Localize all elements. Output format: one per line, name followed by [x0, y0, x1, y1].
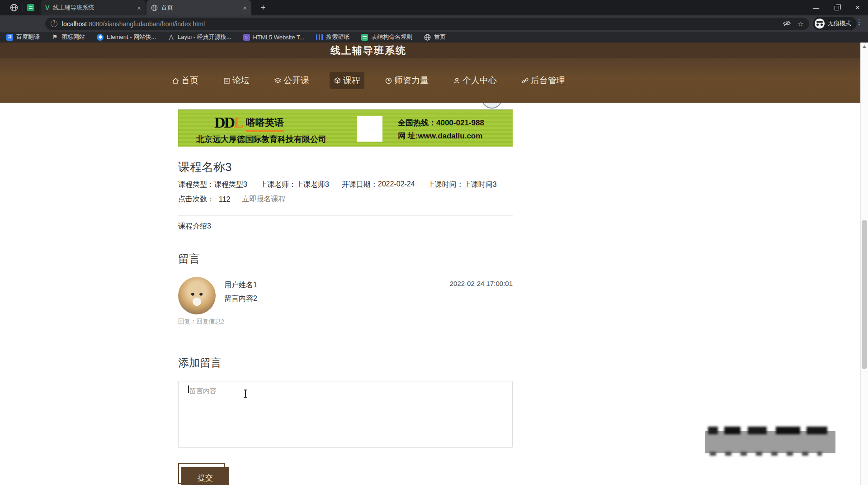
maximize-button[interactable] — [826, 0, 847, 15]
comment-input[interactable] — [178, 381, 513, 448]
field-value: 上课老师3 — [296, 180, 329, 190]
new-tab-button[interactable]: + — [259, 3, 268, 12]
course-fields: 课程类型： 课程类型3 上课老师： 上课老师3 开课日期： 2022-02-24… — [178, 180, 522, 190]
incognito-badge[interactable]: 无痕模式 — [813, 17, 857, 30]
browser-tab[interactable]: V 线上辅导班系统 × — [41, 0, 146, 15]
bookmark-label: 百度翻译 — [16, 33, 40, 41]
bookmark-item[interactable]: Element - 网站快... — [97, 33, 156, 41]
clicks-label: 点击次数： — [178, 195, 214, 204]
banner-logo-name: 嗒嗒英语 — [246, 116, 284, 132]
nav-item-personal-center[interactable]: 个人中心 — [449, 72, 501, 89]
browser-tab-active[interactable]: 首页 × — [146, 0, 251, 15]
nav-item-teachers[interactable]: 师资力量 — [381, 72, 433, 89]
divider — [178, 215, 513, 216]
ad-banner: DDL 嗒嗒英语 北京远大厚德国际教育科技有限公司 全国热线：4000-021-… — [178, 109, 513, 147]
translate-icon: 译 — [6, 34, 13, 41]
tab-title: 首页 — [161, 4, 239, 12]
incognito-label: 无痕模式 — [828, 19, 851, 28]
url-text[interactable]: localhost:8080/xianshangfudaoban/front/i… — [62, 20, 776, 28]
banner-company: 北京远大厚德国际教育科技有限公司 — [196, 134, 326, 145]
tab-separator — [39, 4, 39, 12]
tab-separator — [23, 4, 23, 12]
browser-tab-strip: V 线上辅导班系统 × 首页 × + — × — [0, 0, 868, 15]
ibeam-cursor — [243, 389, 248, 398]
nav-label: 课程 — [343, 75, 360, 86]
tab-close-icon[interactable]: × — [137, 5, 141, 11]
site-nav: 首页 论坛 公开课 课程 师资力量 个人中心 — [0, 58, 868, 103]
bookmark-item[interactable]: 5 HTML5 Website T... — [243, 34, 305, 41]
scrollbar-track[interactable] — [860, 43, 868, 485]
signup-link[interactable]: 立即报名课程 — [242, 195, 286, 204]
course-intro: 课程介绍3 — [178, 222, 211, 231]
table-icon — [361, 34, 368, 41]
nav-label: 公开课 — [283, 75, 309, 86]
vue-favicon: V — [45, 4, 49, 11]
close-button[interactable]: × — [847, 0, 868, 15]
banner-website: 网 址:www.dadaliu.com — [398, 129, 484, 143]
course-title: 课程名称3 — [178, 159, 231, 175]
home-icon — [172, 77, 179, 85]
field-value: 上课时间3 — [464, 180, 497, 190]
pinned-globe-icon[interactable] — [10, 4, 18, 12]
pinned-sheet-icon[interactable] — [27, 4, 34, 11]
comment-reply: 回复：回复信息2 — [178, 318, 224, 326]
scrollbar-thumb[interactable] — [862, 220, 867, 369]
menu-dots-icon[interactable]: ⋮ — [856, 18, 863, 26]
field-value: 课程类型3 — [214, 180, 247, 190]
partial-logo-decoration — [477, 103, 509, 109]
site-title: 线上辅导班系统 — [330, 44, 406, 57]
nav-item-admin[interactable]: 后台管理 — [517, 72, 569, 89]
bookmarks-bar: 译 百度翻译 ⚑ 图标网站 Element - 网站快... ⋀ Layui -… — [0, 32, 868, 43]
bookmark-label: Element - 网站快... — [107, 33, 156, 41]
site-info-icon[interactable]: i — [51, 20, 57, 27]
bookmark-item[interactable]: 首页 — [424, 33, 446, 41]
wallpaper-icon — [316, 34, 323, 40]
forum-icon — [223, 77, 231, 85]
text-caret — [188, 385, 189, 393]
eye-slash-icon[interactable] — [783, 20, 791, 28]
bookmark-star-icon[interactable]: ☆ — [798, 20, 804, 28]
bookmark-label: 表结构命名规则 — [371, 33, 412, 41]
bookmark-label: Layui - 经典开源模... — [178, 33, 231, 41]
qr-code — [357, 116, 382, 142]
field-label: 上课时间： — [428, 180, 464, 190]
field-label: 课程类型： — [178, 180, 214, 190]
nav-item-home[interactable]: 首页 — [168, 72, 203, 89]
nav-label: 论坛 — [232, 75, 250, 86]
person-icon — [453, 77, 461, 85]
field-label: 上课老师： — [260, 180, 296, 190]
bookmark-label: 首页 — [434, 33, 446, 41]
tab-close-icon[interactable]: × — [243, 5, 247, 11]
url-host: localhost — [62, 20, 87, 28]
cube-icon — [334, 77, 341, 85]
nav-item-forum[interactable]: 论坛 — [219, 72, 254, 89]
bookmark-item[interactable]: ⚑ 图标网站 — [52, 33, 85, 41]
element-icon — [97, 34, 104, 41]
incognito-icon — [815, 19, 825, 29]
link-icon — [521, 77, 529, 85]
blurred-watermark — [705, 431, 835, 453]
bookmark-item[interactable]: 搜索壁纸 — [316, 33, 349, 41]
nav-label: 师资力量 — [394, 75, 429, 86]
submit-button[interactable]: 提交 — [181, 467, 229, 485]
commenter-name: 用户姓名1 — [224, 281, 257, 290]
url-path: :8080/xianshangfudaoban/front/index.html — [87, 20, 205, 28]
scroll-up-arrow[interactable] — [863, 45, 866, 48]
bookmark-item[interactable]: 译 百度翻译 — [6, 33, 40, 41]
nav-label: 后台管理 — [531, 75, 565, 86]
bookmark-item[interactable]: ⋀ Layui - 经典开源模... — [168, 33, 231, 41]
banner-hotline: 全国热线：4000-021-988 — [398, 116, 484, 129]
flag-icon: ⚑ — [52, 34, 58, 41]
bookmark-label: 图标网站 — [61, 33, 85, 41]
nav-item-openclass[interactable]: 公开课 — [270, 72, 313, 89]
clock-icon — [385, 77, 392, 85]
nav-item-courses[interactable]: 课程 — [330, 72, 364, 89]
globe-icon — [424, 34, 431, 41]
address-bar[interactable]: i localhost:8080/xianshangfudaoban/front… — [45, 18, 809, 30]
layui-icon: ⋀ — [168, 34, 175, 41]
commenter-avatar — [178, 277, 216, 314]
bookmark-item[interactable]: 表结构命名规则 — [361, 33, 412, 41]
minimize-button[interactable]: — — [806, 0, 826, 15]
banner-contact: 全国热线：4000-021-988 网 址:www.dadaliu.com — [398, 116, 484, 143]
bookmark-label: 搜索壁纸 — [326, 33, 349, 41]
